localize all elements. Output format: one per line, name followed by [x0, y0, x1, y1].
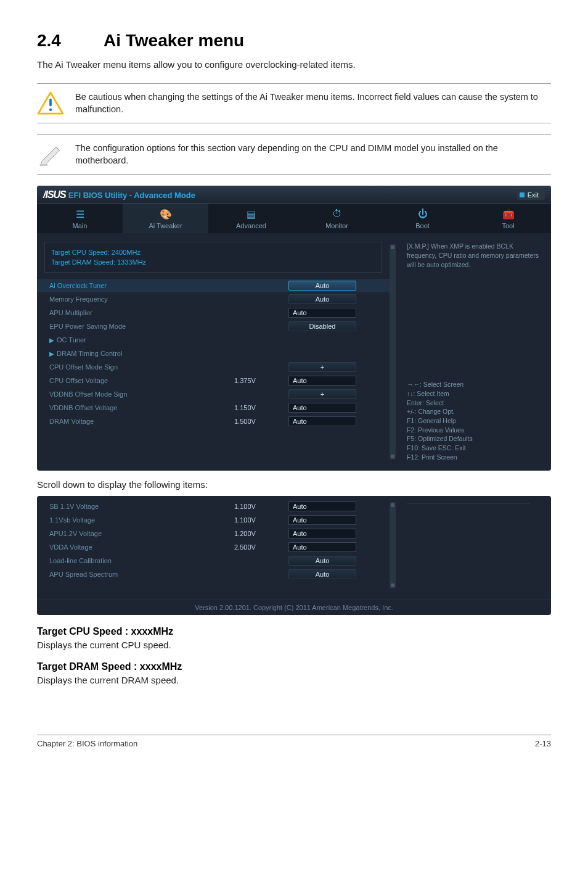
tab-label: Main — [73, 222, 88, 229]
section-number: 2.4 — [37, 31, 104, 51]
target-cpu-speed: Target CPU Speed: 2400MHz — [51, 247, 375, 257]
field-label: CPU Offset Mode Sign — [49, 363, 234, 371]
tab-label: Ai Tweaker — [149, 222, 182, 229]
help-key-line: F2: Previous Values — [407, 426, 542, 435]
field-label: CPU Offset Voltage — [49, 377, 234, 384]
tab-label: Monitor — [325, 222, 348, 229]
tab-ai-tweaker[interactable]: 🎨Ai Tweaker — [123, 204, 208, 233]
row-apu-multiplier[interactable]: APU Multiplier Auto — [37, 306, 390, 320]
tool-icon: 🧰 — [465, 208, 551, 220]
target-info-box: Target CPU Speed: 2400MHz Target DRAM Sp… — [44, 242, 382, 273]
sub-heading-cpu: Target CPU Speed : xxxxMHz — [37, 626, 551, 637]
tab-advanced[interactable]: ▤Advanced — [208, 204, 294, 233]
tab-label: Tool — [502, 222, 514, 229]
row-vddnb-offset-sign[interactable]: VDDNB Offset Mode Sign + — [37, 387, 390, 401]
apu12v-voltage-input[interactable]: Auto — [288, 529, 356, 538]
field-static-value: 1.150V — [234, 404, 288, 411]
help-key-line: ↑↓: Select Item — [407, 389, 542, 398]
submenu-arrow-icon: ▶ — [49, 350, 54, 357]
field-label: APU1.2V Voltage — [49, 530, 234, 537]
tab-tool[interactable]: 🧰Tool — [465, 204, 551, 233]
help-key-line: +/-: Change Opt. — [407, 407, 542, 416]
vddnb-offset-voltage-input[interactable]: Auto — [288, 403, 356, 413]
dram-voltage-input[interactable]: Auto — [288, 416, 356, 426]
row-dram-timing-control[interactable]: ▶DRAM Timing Control — [37, 347, 390, 360]
note-icon — [37, 142, 64, 166]
sub-heading-dram: Target DRAM Speed : xxxxMHz — [37, 661, 551, 672]
bios-body: SB 1.1V Voltage 1.100V Auto 1.1Vsb Volta… — [37, 496, 551, 600]
bios-brand: /ISUS EFI BIOS Utility - Advanced Mode — [43, 189, 195, 200]
field-static-value: 1.100V — [234, 503, 288, 510]
row-cpu-offset-sign[interactable]: CPU Offset Mode Sign + — [37, 360, 390, 374]
power-icon: ⏻ — [380, 208, 465, 220]
row-sb-voltage[interactable]: SB 1.1V Voltage 1.100V Auto — [37, 500, 390, 513]
scrollbar[interactable] — [390, 502, 396, 588]
vsb-voltage-input[interactable]: Auto — [288, 515, 356, 525]
field-static-value: 1.500V — [234, 418, 288, 425]
sub-text-cpu: Displays the current CPU speed. — [37, 640, 551, 650]
field-label: Memory Frequency — [49, 295, 234, 303]
field-label: VDDNB Offset Mode Sign — [49, 390, 234, 398]
monitor-icon: ⏱ — [294, 208, 380, 220]
vddnb-offset-sign-dropdown[interactable]: + — [288, 389, 356, 399]
sb-voltage-input[interactable]: Auto — [288, 501, 356, 511]
field-label: SB 1.1V Voltage — [49, 503, 234, 510]
apu-multiplier-input[interactable]: Auto — [288, 308, 356, 318]
load-line-calibration-dropdown[interactable]: Auto — [288, 556, 356, 566]
bios-version-footer: Version 2.00.1201. Copyright (C) 2011 Am… — [37, 600, 551, 615]
warning-icon — [37, 91, 64, 115]
bios-tabs: ☰Main 🎨Ai Tweaker ▤Advanced ⏱Monitor ⏻Bo… — [37, 203, 551, 233]
scroll-up-icon[interactable] — [391, 245, 394, 249]
vdda-voltage-input[interactable]: Auto — [288, 542, 356, 552]
bios-panel-continued: SB 1.1V Voltage 1.100V Auto 1.1Vsb Volta… — [37, 496, 551, 615]
bios-product: EFI BIOS Utility - Advanced Mode — [68, 191, 195, 200]
tab-label: Advanced — [236, 222, 266, 229]
epu-power-dropdown[interactable]: Disabled — [288, 321, 356, 331]
row-apu12v-voltage[interactable]: APU1.2V Voltage 1.200V Auto — [37, 527, 390, 540]
help-key-line: F5: Optimized Defaults — [407, 434, 542, 444]
tab-monitor[interactable]: ⏱Monitor — [294, 204, 380, 233]
scroll-up-icon[interactable] — [391, 503, 394, 507]
help-keys: →←: Select Screen ↑↓: Select Item Enter:… — [407, 380, 542, 461]
field-label: VDDNB Offset Voltage — [49, 404, 234, 411]
row-memory-frequency[interactable]: Memory Frequency Auto — [37, 292, 390, 306]
field-label: Load-line Calibration — [49, 557, 234, 564]
scrollbar[interactable] — [390, 244, 396, 459]
chapter-label: Chapter 2: BIOS information — [37, 739, 137, 748]
memory-frequency-dropdown[interactable]: Auto — [288, 294, 356, 304]
row-dram-voltage[interactable]: DRAM Voltage 1.500V Auto — [37, 415, 390, 428]
row-epu-power-saving[interactable]: EPU Power Saving Mode Disabled — [37, 320, 390, 333]
row-oc-tuner[interactable]: ▶OC Tuner — [37, 333, 390, 347]
row-apu-spread-spectrum[interactable]: APU Spread Spectrum Auto — [37, 567, 390, 581]
row-vddnb-offset-voltage[interactable]: VDDNB Offset Voltage 1.150V Auto — [37, 401, 390, 415]
bios-help-pane: [X.M.P.] When XMP is enabled BCLK freque… — [403, 242, 551, 461]
row-vdda-voltage[interactable]: VDDA Voltage 2.500V Auto — [37, 540, 390, 554]
field-static-value: 1.375V — [234, 377, 288, 384]
row-ai-overclock-tuner[interactable]: Ai Overclock Tuner Auto — [37, 279, 390, 292]
field-label: APU Spread Spectrum — [49, 571, 234, 578]
cpu-offset-voltage-input[interactable]: Auto — [288, 376, 356, 386]
intro-text: The Ai Tweaker menu items allow you to c… — [37, 59, 551, 70]
tab-boot[interactable]: ⏻Boot — [380, 204, 465, 233]
exit-button[interactable]: Exit — [517, 190, 545, 200]
bios-panel: /ISUS EFI BIOS Utility - Advanced Mode E… — [37, 186, 551, 470]
help-key-line: Enter: Select — [407, 398, 542, 408]
bios-left-pane: SB 1.1V Voltage 1.100V Auto 1.1Vsb Volta… — [37, 500, 390, 591]
row-load-line-calibration[interactable]: Load-line Calibration Auto — [37, 554, 390, 567]
section-title-text: Ai Tweaker menu — [104, 31, 244, 50]
svg-rect-0 — [49, 99, 52, 107]
section-heading: 2.4Ai Tweaker menu — [37, 31, 551, 51]
scroll-down-icon[interactable] — [391, 584, 394, 587]
bios-left-pane: Target CPU Speed: 2400MHz Target DRAM Sp… — [37, 242, 390, 461]
submenu-arrow-icon: ▶ — [49, 337, 54, 344]
row-1-1vsb-voltage[interactable]: 1.1Vsb Voltage 1.100V Auto — [37, 513, 390, 527]
scroll-down-icon[interactable] — [391, 455, 394, 458]
sub-text-dram: Displays the current DRAM speed. — [37, 675, 551, 685]
row-cpu-offset-voltage[interactable]: CPU Offset Voltage 1.375V Auto — [37, 374, 390, 387]
tab-main[interactable]: ☰Main — [37, 204, 123, 233]
cpu-offset-sign-dropdown[interactable]: + — [288, 362, 356, 372]
field-label: VDDA Voltage — [49, 543, 234, 551]
bios-logo: /ISUS — [43, 189, 66, 200]
ai-overclock-dropdown[interactable]: Auto — [288, 281, 356, 291]
apu-spread-spectrum-dropdown[interactable]: Auto — [288, 569, 356, 579]
